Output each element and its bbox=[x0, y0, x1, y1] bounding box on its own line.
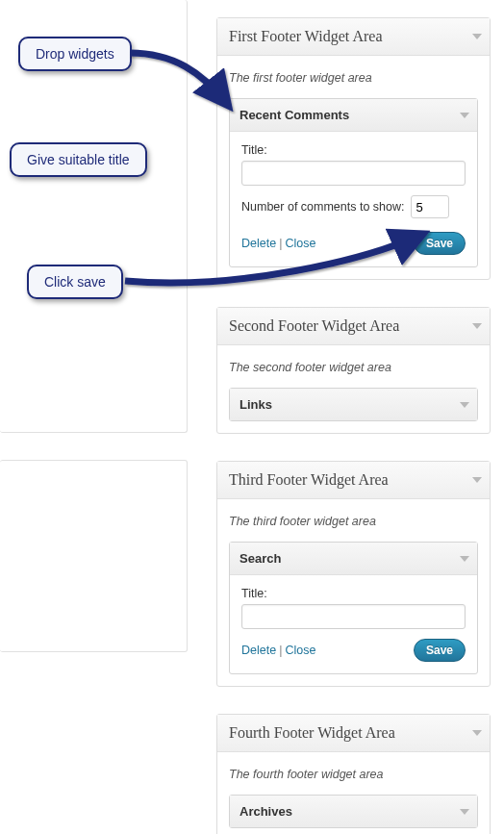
fourth-footer-widget-area: Fourth Footer Widget Area The fourth foo… bbox=[216, 714, 491, 834]
title-input[interactable] bbox=[241, 604, 466, 629]
save-button[interactable]: Save bbox=[414, 639, 466, 662]
chevron-down-icon bbox=[472, 323, 482, 329]
widget-header[interactable]: Recent Comments bbox=[230, 99, 477, 132]
area-title: Fourth Footer Widget Area bbox=[229, 724, 395, 741]
area-body: The second footer widget area Links bbox=[217, 345, 490, 433]
widget-recent-comments: Recent Comments Title: Number of comment… bbox=[229, 98, 478, 267]
chevron-down-icon bbox=[472, 730, 482, 736]
third-footer-widget-area: Third Footer Widget Area The third foote… bbox=[216, 461, 491, 687]
area-body: The first footer widget area Recent Comm… bbox=[217, 56, 490, 279]
close-link[interactable]: Close bbox=[285, 237, 315, 250]
widget-archives: Archives bbox=[229, 795, 478, 828]
delete-link[interactable]: Delete bbox=[241, 644, 276, 657]
callout-give-title: Give suitable title bbox=[10, 142, 147, 177]
widget-body: Title: Number of comments to show: Delet… bbox=[230, 132, 477, 266]
widget-title: Archives bbox=[239, 804, 292, 819]
widget-title: Search bbox=[239, 551, 281, 566]
count-label: Number of comments to show: bbox=[241, 200, 405, 214]
separator: | bbox=[279, 644, 282, 657]
title-label: Title: bbox=[241, 587, 466, 600]
close-link[interactable]: Close bbox=[285, 644, 315, 657]
area-header[interactable]: Fourth Footer Widget Area bbox=[217, 715, 490, 752]
chevron-down-icon bbox=[460, 556, 469, 562]
title-input[interactable] bbox=[241, 161, 466, 186]
widget-title: Recent Comments bbox=[239, 108, 349, 122]
widget-header[interactable]: Search bbox=[230, 543, 477, 575]
first-footer-widget-area: First Footer Widget Area The first foote… bbox=[216, 17, 491, 280]
callout-text: Give suitable title bbox=[27, 152, 130, 167]
left-column bbox=[0, 0, 188, 652]
widget-search: Search Title: Delete|Close Save bbox=[229, 542, 478, 674]
callout-text: Click save bbox=[44, 274, 106, 290]
widget-actions: Delete|Close Save bbox=[241, 232, 466, 255]
area-description: The first footer widget area bbox=[229, 71, 478, 85]
widget-actions: Delete|Close Save bbox=[241, 639, 466, 662]
separator: | bbox=[279, 237, 282, 250]
area-title: Second Footer Widget Area bbox=[229, 317, 399, 334]
area-title: First Footer Widget Area bbox=[229, 28, 382, 44]
callout-text: Drop widgets bbox=[36, 46, 114, 62]
delete-link[interactable]: Delete bbox=[241, 237, 276, 250]
area-description: The third footer widget area bbox=[229, 515, 478, 528]
widget-areas-column: First Footer Widget Area The first foote… bbox=[216, 17, 491, 834]
widget-body: Title: Delete|Close Save bbox=[230, 575, 477, 673]
chevron-down-icon bbox=[460, 113, 469, 118]
area-description: The fourth footer widget area bbox=[229, 768, 478, 781]
area-header[interactable]: Third Footer Widget Area bbox=[217, 462, 490, 499]
chevron-down-icon bbox=[460, 402, 469, 408]
chevron-down-icon bbox=[472, 34, 482, 39]
widget-header[interactable]: Links bbox=[230, 389, 477, 420]
chevron-down-icon bbox=[460, 809, 469, 815]
area-description: The second footer widget area bbox=[229, 361, 478, 374]
callout-click-save: Click save bbox=[27, 265, 123, 299]
second-footer-widget-area: Second Footer Widget Area The second foo… bbox=[216, 307, 491, 434]
widget-title: Links bbox=[239, 397, 272, 412]
area-header[interactable]: First Footer Widget Area bbox=[217, 18, 490, 56]
widget-links: Links bbox=[229, 388, 478, 421]
widget-header[interactable]: Archives bbox=[230, 796, 477, 827]
save-button[interactable]: Save bbox=[414, 232, 466, 255]
chevron-down-icon bbox=[472, 477, 482, 483]
area-header[interactable]: Second Footer Widget Area bbox=[217, 308, 490, 345]
callout-drop-widgets: Drop widgets bbox=[18, 37, 132, 71]
count-input[interactable] bbox=[411, 195, 449, 218]
area-body: The third footer widget area Search Titl… bbox=[217, 499, 490, 686]
title-label: Title: bbox=[241, 143, 466, 157]
area-title: Third Footer Widget Area bbox=[229, 471, 389, 488]
inactive-widgets-panel bbox=[0, 460, 188, 652]
area-body: The fourth footer widget area Archives bbox=[217, 752, 490, 834]
